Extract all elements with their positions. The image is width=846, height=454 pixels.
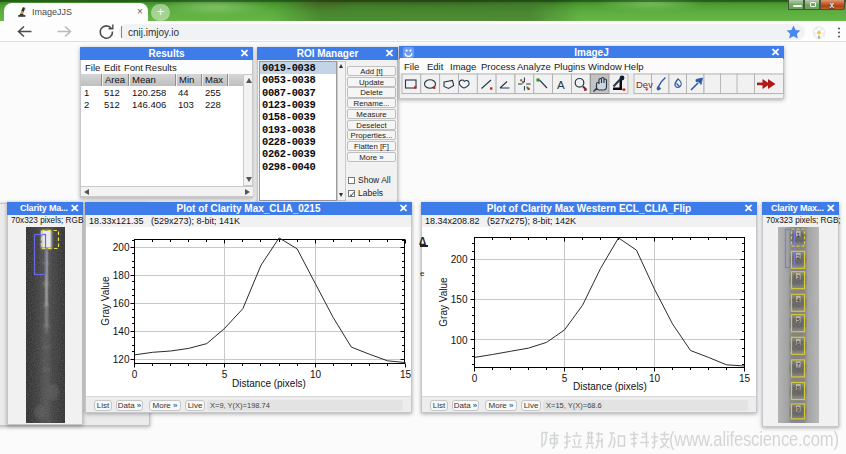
svg-text:Gray Value: Gray Value <box>100 276 111 326</box>
svg-text:Distance (pixels): Distance (pixels) <box>573 381 647 392</box>
svg-text:1: 1 <box>797 231 801 238</box>
svg-text:A: A <box>557 79 565 91</box>
svg-text:5: 5 <box>562 373 568 384</box>
svg-text:0: 0 <box>472 373 478 384</box>
svg-text:100: 100 <box>451 335 468 346</box>
svg-text:15: 15 <box>739 373 751 384</box>
svg-text:5: 5 <box>797 316 801 323</box>
svg-text:5: 5 <box>222 369 228 380</box>
svg-text:140: 140 <box>113 326 130 337</box>
svg-text:10: 10 <box>649 373 661 384</box>
svg-text:Distance (pixels): Distance (pixels) <box>232 378 306 389</box>
svg-text:Dev: Dev <box>636 79 653 90</box>
svg-text:2: 2 <box>797 253 801 260</box>
svg-text:0: 0 <box>132 369 138 380</box>
svg-text:3: 3 <box>797 273 801 280</box>
svg-text:6: 6 <box>797 339 801 346</box>
svg-text:8: 8 <box>797 384 801 391</box>
svg-text:180: 180 <box>113 270 130 281</box>
svg-text:150: 150 <box>451 294 468 305</box>
svg-text:120: 120 <box>113 354 130 365</box>
svg-text:4: 4 <box>797 296 801 303</box>
svg-text:10: 10 <box>310 369 322 380</box>
svg-text:200: 200 <box>451 254 468 265</box>
svg-text:160: 160 <box>113 298 130 309</box>
svg-text:Gray Value: Gray Value <box>438 277 449 327</box>
svg-text:9: 9 <box>797 405 801 412</box>
svg-text:7: 7 <box>797 361 801 368</box>
svg-text:15: 15 <box>400 369 412 380</box>
svg-text:200: 200 <box>113 242 130 253</box>
